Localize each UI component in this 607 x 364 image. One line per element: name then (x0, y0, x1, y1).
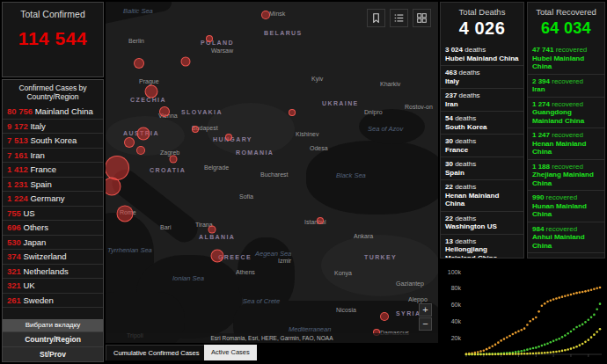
death-list-item[interactable]: 237 deathsIran (441, 89, 523, 112)
death-list-item[interactable]: 30 deathsFrance (441, 135, 523, 157)
select-tab-button[interactable]: Вибрати вкладку (3, 319, 103, 331)
zoom-in-button[interactable]: + (419, 303, 432, 317)
case-cluster-bubble[interactable] (380, 312, 389, 321)
case-cluster-bubble[interactable] (159, 106, 170, 117)
case-cluster-bubble[interactable] (134, 58, 144, 69)
recovered-list-item[interactable]: 2 394 recoveredIran (528, 75, 604, 98)
confirmed-count: 1 412 (7, 164, 28, 174)
map-label-country: BELARUS (264, 30, 303, 36)
death-list-item[interactable]: 30 deathsSpain (441, 157, 523, 180)
confirmed-count: 7 161 (7, 150, 28, 160)
case-cluster-bubble[interactable] (145, 85, 158, 98)
total-recovered-panel: Total Recovered 64 034 47 741 recoveredH… (527, 2, 605, 258)
map-label-city: Prague (139, 78, 159, 84)
stat-region: Spain (445, 169, 519, 178)
confirmed-region: Mainland China (33, 106, 93, 116)
stat-region: Henan Mainland China (532, 140, 600, 157)
map-label-country: UKRAINE (322, 100, 359, 106)
death-list-item[interactable]: 463 deathsItaly (441, 66, 523, 89)
stat-unit: recovered (546, 193, 578, 201)
confirmed-list-item[interactable]: 80 756 Mainland China (3, 105, 103, 120)
case-cluster-bubble[interactable] (261, 11, 270, 19)
svg-text:60k: 60k (451, 302, 462, 308)
recovered-list-item[interactable]: 1 274 recoveredGuangdong Mainland China (528, 98, 604, 129)
map-label-country: CROATIA (150, 167, 186, 173)
tab-cumulative-confirmed-cases[interactable]: Cumulative Confirmed Cases (106, 345, 208, 360)
stat-unit: recovered (546, 225, 578, 233)
map-label-city: Kishinev (296, 131, 318, 137)
stat-count: 22 (445, 215, 455, 222)
map-label-city: Kharkiv (380, 81, 400, 87)
death-list-item[interactable]: 22 deathsHenan Mainland China (441, 180, 523, 212)
map[interactable]: Baltic SeaMinskBELARUSBerlinPOLANDWarsaw… (106, 2, 438, 343)
confirmed-list-item[interactable]: 1 224 Germany (3, 192, 103, 207)
case-cluster-bubble[interactable] (137, 127, 150, 141)
confirmed-count: 321 (7, 266, 21, 276)
confirmed-list-item[interactable]: 7 161 Iran (3, 149, 103, 164)
confirmed-count: 696 (7, 222, 21, 232)
death-list-item[interactable]: 3 024 deathsHubei Mainland China (441, 43, 523, 66)
confirmed-list: 80 756 Mainland China9 172 Italy7 513 So… (3, 105, 103, 319)
death-list-item[interactable]: 54 deathsSouth Korea (441, 112, 523, 135)
case-cluster-bubble[interactable] (206, 35, 213, 42)
recovered-list: 47 741 recoveredHubei Mainland China2 39… (528, 43, 604, 258)
confirmed-count: 261 (7, 295, 21, 305)
stat-count: 237 (445, 91, 459, 99)
case-cluster-bubble[interactable] (208, 226, 216, 234)
confirmed-region: Spain (28, 179, 52, 189)
confirmed-list-item[interactable]: 1 231 Spain (3, 178, 103, 193)
death-list-item[interactable]: 13 deathsHeilongjiang Mainland China (441, 235, 523, 258)
case-cluster-bubble[interactable] (181, 57, 191, 67)
stat-unit: deaths (455, 160, 476, 168)
stat-unit: recovered (552, 100, 583, 108)
bookmark-icon[interactable] (367, 9, 385, 27)
recovered-list-item[interactable]: 990 recoveredHunan Mainland China (528, 191, 604, 222)
case-cluster-bubble[interactable] (317, 217, 324, 224)
stat-count: 47 741 (532, 46, 556, 54)
confirmed-list-item[interactable]: 261 Sweden (3, 294, 103, 309)
tab-active-cases[interactable]: Active Cases (204, 345, 257, 360)
confirmed-list-item[interactable]: 7 513 South Korea (3, 134, 103, 149)
chart-canvas: 100k80k60k40k20k (440, 261, 605, 362)
stat-count: 463 (445, 69, 459, 76)
recovered-list-item[interactable]: 1 247 recoveredHenan Mainland China (528, 128, 604, 160)
confirmed-list-item[interactable]: 530 Japan (3, 236, 103, 251)
basemap-grid-icon[interactable] (413, 9, 431, 27)
sea-shape-black-sea (306, 141, 438, 215)
stat-region: Hubei Mainland China (532, 55, 600, 71)
case-cluster-bubble[interactable] (170, 156, 178, 164)
zoom-out-button[interactable]: − (419, 317, 432, 331)
confirmed-list-item[interactable]: 9 172 Italy (3, 120, 103, 135)
recovered-list-item[interactable]: 984 recoveredAnhui Mainland China (528, 222, 604, 254)
legend-list-icon[interactable] (390, 9, 408, 27)
recovered-list-item[interactable]: 1 188 recoveredZhejiang Mainland China (528, 160, 604, 192)
stat-count: 54 (445, 114, 455, 122)
stat-region: Hubei Mainland China (445, 55, 519, 63)
confirmed-list-item[interactable]: 696 Others (3, 221, 103, 236)
confirmed-list-item[interactable]: 1 412 France (3, 163, 103, 178)
stat-unit: deaths (455, 114, 476, 122)
case-cluster-bubble[interactable] (192, 126, 199, 133)
case-cluster-bubble[interactable] (136, 146, 145, 155)
map-label-city: Minsk (269, 11, 285, 17)
stat-unit: recovered (556, 46, 588, 54)
confirmed-list-item[interactable]: 321 Netherlands (3, 265, 103, 280)
case-cluster-bubble[interactable] (225, 134, 232, 141)
map-label-country: ALBANIA (199, 234, 235, 240)
tab-country-region[interactable]: Country/Region (3, 331, 103, 346)
case-cluster-bubble[interactable] (211, 250, 224, 263)
stat-count: 13 (445, 237, 455, 245)
death-list-item[interactable]: 22 deathsWashington US (441, 212, 523, 235)
confirmed-list-item[interactable]: 374 Switzerland (3, 250, 103, 265)
case-cluster-bubble[interactable] (117, 206, 134, 222)
stat-unit: deaths (455, 183, 476, 191)
confirmed-region: South Korea (28, 135, 77, 145)
case-cluster-bubble[interactable] (124, 137, 135, 148)
confirmed-count: 530 (7, 237, 21, 247)
recovered-list-item[interactable]: 47 741 recoveredHubei Mainland China (528, 43, 604, 75)
confirmed-list-item[interactable]: 755 US (3, 207, 103, 222)
tab-st-prov[interactable]: St/Prov (3, 346, 103, 361)
confirmed-list-item[interactable]: 321 UK (3, 279, 103, 294)
map-label-city: Rostov-on (405, 104, 433, 110)
case-cluster-bubble[interactable] (289, 109, 296, 116)
